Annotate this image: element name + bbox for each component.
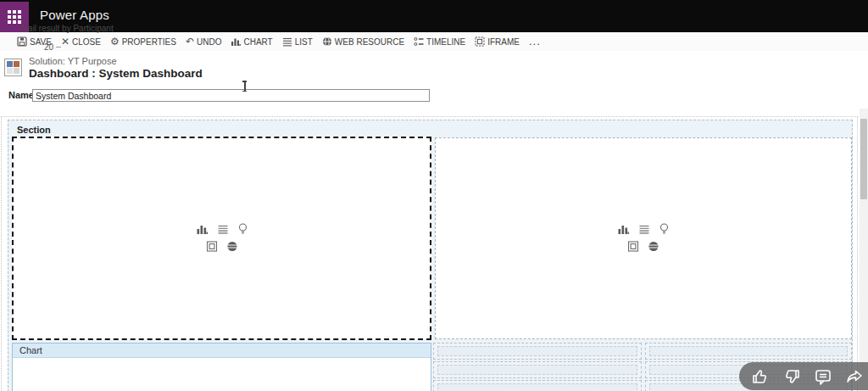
chart-icon bbox=[196, 224, 208, 235]
share-icon[interactable] bbox=[845, 367, 864, 386]
app-title: Power Apps bbox=[40, 8, 109, 22]
vertical-scrollbar[interactable] bbox=[860, 109, 868, 391]
command-toolbar: SAVE ✕ CLOSE ⚙ PROPERTIES ↶ UNDO CHART L… bbox=[0, 32, 868, 51]
axis-tick-mark bbox=[56, 47, 61, 47]
web-resource-icon bbox=[648, 241, 659, 252]
page-title: Dashboard : System Dashboard bbox=[29, 67, 203, 80]
placeholder-row[interactable] bbox=[433, 380, 642, 391]
panel-placeholder-icons bbox=[618, 223, 670, 252]
chart-icon bbox=[231, 36, 241, 47]
undo-icon: ↶ bbox=[186, 36, 194, 47]
iframe-button[interactable]: IFRAME bbox=[475, 36, 520, 47]
timeline-icon bbox=[414, 36, 424, 47]
iframe-icon bbox=[206, 241, 217, 252]
placeholder-row[interactable] bbox=[433, 343, 642, 360]
dashboard-record-icon bbox=[4, 59, 22, 76]
app-top-bar: Power Apps bbox=[0, 0, 868, 32]
close-icon: ✕ bbox=[61, 36, 70, 47]
waffle-icon bbox=[8, 10, 21, 24]
comment-icon[interactable] bbox=[814, 367, 832, 386]
list-icon bbox=[639, 224, 650, 234]
chart-icon bbox=[618, 224, 630, 235]
thumbs-down-icon[interactable] bbox=[782, 367, 801, 386]
section-panel-right[interactable] bbox=[435, 137, 852, 339]
name-input[interactable] bbox=[32, 89, 430, 102]
chart-y-axis-tick: 20 bbox=[44, 42, 61, 52]
chart-title: Trail result by Participant bbox=[20, 24, 114, 33]
properties-button[interactable]: ⚙ PROPERTIES bbox=[110, 36, 176, 47]
lightbulb-icon bbox=[659, 223, 670, 235]
list-icon bbox=[282, 36, 292, 47]
web-resource-icon bbox=[226, 241, 237, 252]
chart-component-panel[interactable]: Chart bbox=[12, 343, 431, 391]
iframe-icon bbox=[628, 241, 639, 252]
web-resource-button[interactable]: WEB RESOURCE bbox=[322, 36, 404, 47]
chart-panel-header: Chart bbox=[13, 344, 431, 358]
more-commands-button[interactable]: ... bbox=[529, 38, 541, 45]
globe-icon bbox=[322, 36, 332, 47]
list-button[interactable]: LIST bbox=[282, 36, 313, 47]
panel-placeholder-icons bbox=[196, 223, 248, 252]
section-panel-left-selected[interactable] bbox=[12, 137, 431, 340]
lightbulb-icon bbox=[237, 223, 248, 235]
undo-button[interactable]: ↶ UNDO bbox=[186, 36, 222, 47]
save-icon bbox=[17, 36, 27, 47]
gear-icon: ⚙ bbox=[110, 36, 120, 47]
placeholder-row[interactable] bbox=[645, 343, 852, 360]
placeholder-row[interactable] bbox=[433, 361, 642, 378]
thumbs-up-icon[interactable] bbox=[751, 367, 770, 386]
text-cursor-ibeam bbox=[241, 81, 248, 92]
video-feedback-overlay bbox=[739, 362, 868, 390]
solution-label: Solution: YT Purpose bbox=[29, 56, 117, 66]
close-button[interactable]: ✕ CLOSE bbox=[61, 36, 101, 47]
chart-button[interactable]: CHART bbox=[231, 36, 272, 47]
timeline-button[interactable]: TIMELINE bbox=[414, 36, 465, 47]
section-label: Section bbox=[17, 125, 51, 135]
iframe-icon bbox=[475, 36, 485, 47]
scrollbar-thumb[interactable] bbox=[860, 119, 867, 199]
list-icon bbox=[217, 224, 228, 234]
